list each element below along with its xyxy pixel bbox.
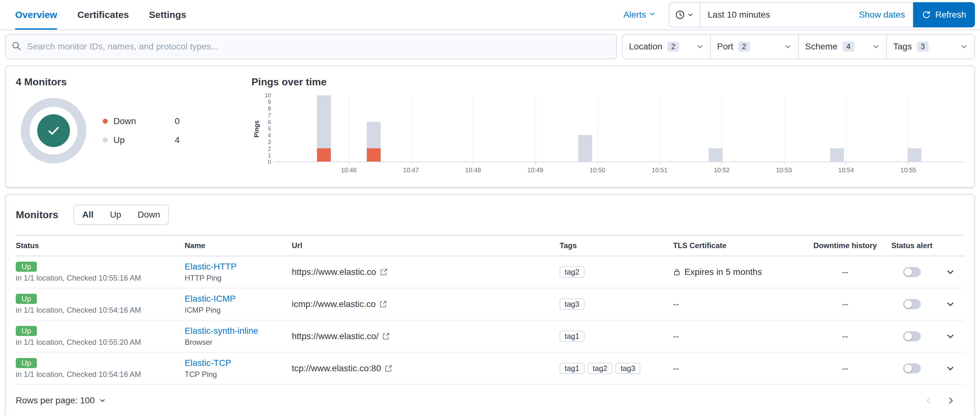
x-axis-tick-label: 10:53 <box>776 166 792 174</box>
chevron-down-icon <box>945 299 955 309</box>
column-header-status: Status <box>16 236 185 256</box>
monitor-url-link[interactable]: https://www.elastic.co <box>292 267 376 277</box>
y-axis-tick-label: 10 <box>265 93 271 98</box>
status-donut-chart <box>21 98 86 163</box>
monitor-url-link[interactable]: tcp://www.elastic.co:80 <box>292 363 381 374</box>
y-axis: 012345678910 <box>261 95 274 162</box>
search-field-wrapper <box>5 34 617 59</box>
filter-location[interactable]: Location2 <box>623 35 710 59</box>
show-dates-link[interactable]: Show dates <box>859 10 905 20</box>
column-header-name: Name <box>185 236 292 256</box>
filter-tags[interactable]: Tags3 <box>886 35 975 59</box>
pagination-next-button[interactable] <box>943 392 959 409</box>
tab-settings[interactable]: Settings <box>149 0 186 30</box>
filter-port[interactable]: Port2 <box>710 35 799 59</box>
gridline <box>349 95 350 162</box>
downtime-cell: -- <box>808 295 887 314</box>
refresh-label: Refresh <box>935 10 966 20</box>
tab-certificates[interactable]: Certificates <box>77 0 129 30</box>
refresh-button[interactable]: Refresh <box>913 2 975 27</box>
tls-cell: -- <box>673 359 808 378</box>
top-header: OverviewCertificatesSettings Alerts Las <box>0 0 980 30</box>
chart-plot-area <box>274 95 964 162</box>
legend-value: 4 <box>175 135 180 145</box>
expand-row-button[interactable] <box>942 328 959 345</box>
x-axis-tick-label: 10:50 <box>590 166 605 174</box>
status-badge: Up <box>16 262 37 272</box>
rows-per-page-button[interactable]: Rows per page: 100 <box>16 396 106 405</box>
name-cell: Elastic-ICMPICMP Ping <box>185 289 292 319</box>
column-header-tags: Tags <box>560 236 673 256</box>
last-checked-text: in 1/1 location, Checked 10:54:16 AM <box>16 306 141 315</box>
status-alert-cell <box>887 295 942 314</box>
monitors-filter-down[interactable]: Down <box>129 205 169 224</box>
downtime-value: -- <box>842 299 848 309</box>
last-checked-text: in 1/1 location, Checked 10:55:16 AM <box>16 274 141 282</box>
downtime-value: -- <box>842 331 848 341</box>
search-input[interactable] <box>5 34 617 59</box>
pagination-prev-button[interactable] <box>920 392 937 409</box>
monitor-name-link[interactable]: Elastic-synth-inline <box>185 326 258 336</box>
x-axis-tick-label: 10:46 <box>341 166 357 174</box>
monitor-url-link[interactable]: icmp://www.elastic.co <box>292 299 375 309</box>
monitor-url-link[interactable]: https://www.elastic.co/ <box>292 331 379 341</box>
filter-scheme[interactable]: Scheme4 <box>798 35 886 59</box>
monitor-name-link[interactable]: Elastic-ICMP <box>185 294 236 304</box>
y-axis-tick-label: 8 <box>268 106 271 111</box>
x-axis-tick-label: 10:49 <box>528 166 543 174</box>
time-quick-select-button[interactable] <box>669 3 700 27</box>
lock-icon <box>673 268 681 276</box>
chevron-down-icon <box>872 43 880 51</box>
tags-cell: tag2 <box>560 262 673 282</box>
gridline <box>660 95 660 162</box>
x-axis-tick-label: 10:51 <box>652 166 667 174</box>
monitors-filter-all[interactable]: All <box>74 205 102 224</box>
expand-row-button[interactable] <box>942 295 959 313</box>
status-alert-cell <box>887 327 942 346</box>
table-header-row: StatusNameUrlTagsTLS CertificateDowntime… <box>16 235 964 256</box>
expand-row-button[interactable] <box>942 360 959 377</box>
status-badge: Up <box>16 358 37 368</box>
tls-empty: -- <box>673 363 679 374</box>
chevron-down-icon <box>784 43 792 51</box>
status-alert-cell <box>887 263 942 282</box>
last-checked-text: in 1/1 location, Checked 10:54:16 AM <box>16 370 141 379</box>
monitors-filter-up[interactable]: Up <box>102 205 129 224</box>
status-alert-toggle[interactable] <box>903 299 921 309</box>
column-header-downtime-history: Downtime history <box>808 236 887 256</box>
monitor-name-link[interactable]: Elastic-HTTP <box>185 262 237 272</box>
filter-count-badge: 4 <box>843 41 854 52</box>
tab-overview[interactable]: Overview <box>15 0 57 30</box>
legend-item-up: Up4 <box>103 135 180 145</box>
chevron-down-icon <box>945 267 955 277</box>
monitors-title: Monitors <box>16 209 58 221</box>
expand-row-button[interactable] <box>942 263 959 281</box>
status-alert-toggle[interactable] <box>903 267 921 277</box>
search-icon <box>11 41 21 53</box>
status-alert-toggle[interactable] <box>903 363 921 374</box>
status-alert-cell <box>887 359 942 378</box>
filter-count-badge: 2 <box>738 41 750 52</box>
tab-bar: OverviewCertificatesSettings <box>15 0 186 30</box>
monitors-summary: 4 Monitors Down0Up4 <box>16 76 236 177</box>
x-axis-tick-label: 10:48 <box>465 166 481 174</box>
monitor-name-link[interactable]: Elastic-TCP <box>185 358 231 368</box>
ping-bar-down-segment <box>367 148 381 162</box>
status-badge: Up <box>16 326 37 336</box>
all-up-check-icon <box>37 114 70 147</box>
monitors-count-title: 4 Monitors <box>16 76 236 88</box>
monitor-type: Browser <box>185 338 212 347</box>
alerts-menu-button[interactable]: Alerts <box>623 10 656 20</box>
x-axis-tick-label: 10:55 <box>900 166 916 174</box>
monitor-type: TCP Ping <box>185 370 217 379</box>
filter-label: Tags <box>893 41 912 52</box>
time-range-value[interactable]: Last 10 minutes <box>708 10 770 20</box>
y-axis-tick-label: 5 <box>268 126 271 131</box>
tls-cell: -- <box>673 327 808 346</box>
pings-chart: Pings over time Pings 012345678910 10:46… <box>251 76 964 177</box>
tag-badge: tag2 <box>560 266 584 278</box>
ping-bar <box>317 95 331 162</box>
tls-empty: -- <box>673 299 679 309</box>
status-alert-toggle[interactable] <box>903 331 921 341</box>
gridline <box>597 95 598 162</box>
